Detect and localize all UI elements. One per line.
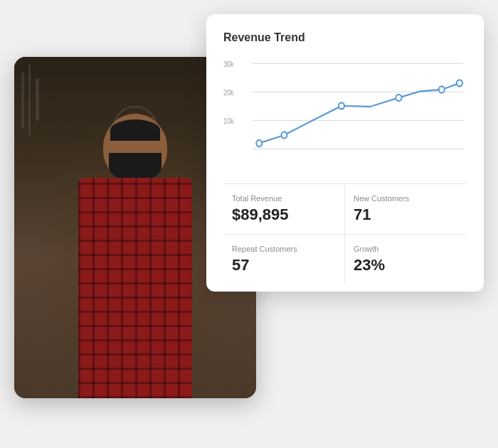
svg-point-20 bbox=[457, 80, 462, 86]
person-head bbox=[103, 114, 167, 181]
stat-repeat-customers: Repeat Customers 57 bbox=[223, 235, 345, 284]
svg-point-17 bbox=[339, 102, 344, 109]
stat-growth: Growth 23% bbox=[345, 235, 467, 284]
stat-total-revenue: Total Revenue $89,895 bbox=[223, 184, 345, 235]
dashboard-card: Revenue Trend 30k 20k 10k bbox=[206, 14, 484, 292]
chart-title: Revenue Trend bbox=[223, 31, 467, 44]
svg-text:20k: 20k bbox=[223, 88, 234, 97]
stat-value-repeat-customers: 57 bbox=[232, 256, 336, 274]
stat-new-customers: New Customers 71 bbox=[345, 184, 467, 235]
chart-svg: 30k 20k 10k bbox=[223, 55, 467, 169]
person-body bbox=[78, 178, 192, 398]
svg-point-16 bbox=[281, 132, 287, 138]
person-figure bbox=[50, 100, 221, 398]
stat-label-new-customers: New Customers bbox=[354, 194, 458, 203]
stats-grid: Total Revenue $89,895 New Customers 71 R… bbox=[223, 183, 467, 284]
stat-value-growth: 23% bbox=[354, 256, 458, 274]
svg-text:10k: 10k bbox=[223, 117, 234, 125]
stat-value-total-revenue: $89,895 bbox=[232, 206, 336, 224]
svg-rect-1 bbox=[28, 64, 31, 135]
svg-text:30k: 30k bbox=[223, 60, 234, 68]
svg-point-19 bbox=[439, 86, 445, 92]
svg-point-15 bbox=[256, 140, 262, 146]
stat-label-repeat-customers: Repeat Customers bbox=[232, 245, 336, 253]
svg-rect-0 bbox=[21, 71, 24, 128]
svg-point-18 bbox=[396, 95, 401, 101]
stat-value-new-customers: 71 bbox=[354, 206, 458, 224]
revenue-chart: 30k 20k 10k bbox=[223, 55, 467, 169]
stat-label-total-revenue: Total Revenue bbox=[232, 194, 336, 203]
svg-rect-2 bbox=[36, 78, 39, 121]
stat-label-growth: Growth bbox=[354, 245, 458, 253]
scene: Revenue Trend 30k 20k 10k bbox=[14, 14, 484, 434]
